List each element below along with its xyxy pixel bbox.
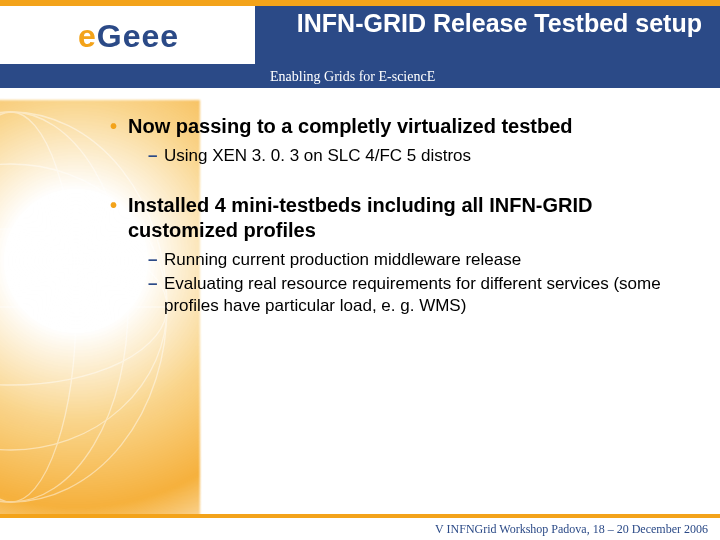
logo-letter-e1: e <box>78 18 97 55</box>
sub-item: Evaluating real resource requirements fo… <box>148 273 690 317</box>
bullet-text: Now passing to a completly virtualized t… <box>110 114 690 139</box>
sub-item: Using XEN 3. 0. 3 on SLC 4/FC 5 distros <box>148 145 690 167</box>
bullet-item: Now passing to a completly virtualized t… <box>110 114 690 167</box>
bullet-item: Installed 4 mini-testbeds including all … <box>110 193 690 317</box>
logo-letter-g: G <box>97 18 123 55</box>
sub-item: Running current production middleware re… <box>148 249 690 271</box>
footer-text: V INFNGrid Workshop Padova, 18 – 20 Dece… <box>435 522 708 537</box>
sub-list: Using XEN 3. 0. 3 on SLC 4/FC 5 distros <box>110 145 690 167</box>
logo-letters-ee: eee <box>123 18 179 55</box>
footer-bar: V INFNGrid Workshop Padova, 18 – 20 Dece… <box>0 514 720 540</box>
bullet-text: Installed 4 mini-testbeds including all … <box>110 193 690 243</box>
slide-content: Now passing to a completly virtualized t… <box>0 88 720 317</box>
logo-text: eGeee <box>78 18 179 55</box>
header-bar: eGeee INFN-GRID Release Testbed setup En… <box>0 0 720 88</box>
tagline: Enabling Grids for E-sciencE <box>270 69 435 85</box>
page-title: INFN-GRID Release Testbed setup <box>262 10 702 38</box>
bullet-list: Now passing to a completly virtualized t… <box>110 114 690 317</box>
egee-logo: eGeee <box>78 18 179 55</box>
sub-list: Running current production middleware re… <box>110 249 690 317</box>
